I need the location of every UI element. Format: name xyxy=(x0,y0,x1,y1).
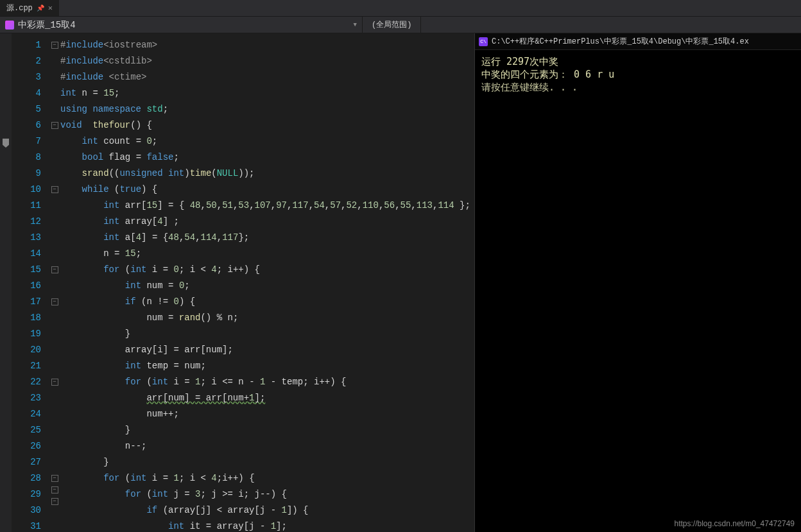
fold-toggle[interactable]: − xyxy=(51,122,58,129)
line-number: 14 xyxy=(12,246,41,262)
file-tab[interactable]: 源.cpp 📌 ✕ xyxy=(0,0,59,16)
code-line[interactable]: int temp = num; xyxy=(60,358,474,374)
code-line[interactable]: using namespace std; xyxy=(60,101,474,117)
console-pane: C\ C:\C++程序&C++PrimerPlus\中彩票_15取4\Debug… xyxy=(475,33,801,532)
code-line[interactable]: int arr[15] = { 48,50,51,53,107,97,117,5… xyxy=(60,198,474,214)
line-number: 15 xyxy=(12,262,41,278)
line-number: 17 xyxy=(12,294,41,310)
code-line[interactable]: if (n != 0) { xyxy=(60,294,474,310)
code-line[interactable]: n = 15; xyxy=(60,246,474,262)
line-number: 16 xyxy=(12,278,41,294)
console-app-icon: C\ xyxy=(479,37,488,46)
scope-label: (全局范围) xyxy=(372,19,411,30)
code-line[interactable]: srand((unsigned int)time(NULL)); xyxy=(60,166,474,182)
line-number: 1 xyxy=(12,37,41,53)
code-line[interactable]: void thefour() { xyxy=(60,117,474,133)
code-line[interactable]: for (int i = 1; i <= n - 1 - temp; i++) … xyxy=(60,374,474,390)
line-number: 3 xyxy=(12,69,41,85)
code-line[interactable]: } xyxy=(60,422,474,438)
fold-toggle[interactable]: − xyxy=(51,42,58,49)
fold-toggle[interactable]: − xyxy=(51,266,58,273)
line-number: 6 xyxy=(12,117,41,133)
code-line[interactable]: int num = 0; xyxy=(60,278,474,294)
line-number: 11 xyxy=(12,198,41,214)
project-dropdown[interactable]: 中彩票_15取4 ▼ xyxy=(0,17,363,33)
close-icon[interactable]: ✕ xyxy=(48,3,53,13)
code-line[interactable]: #include<iostream> xyxy=(60,37,474,53)
code-line[interactable]: } xyxy=(60,454,474,470)
line-number: 18 xyxy=(12,310,41,326)
console-titlebar[interactable]: C\ C:\C++程序&C++PrimerPlus\中彩票_15取4\Debug… xyxy=(475,33,801,50)
code-line[interactable]: array[i] = arr[num]; xyxy=(60,342,474,358)
fold-toggle[interactable]: − xyxy=(51,486,58,493)
code-line[interactable]: int n = 15; xyxy=(60,85,474,101)
line-number: 5 xyxy=(12,101,41,117)
code-line[interactable]: num++; xyxy=(60,406,474,422)
fold-gutter: −−−−−−−−− xyxy=(49,33,60,532)
line-number: 7 xyxy=(12,133,41,150)
fold-toggle[interactable]: − xyxy=(51,475,58,482)
console-line: 运行 2297次中奖 xyxy=(481,55,795,68)
main-area: 1234567891011121314151617181920212223242… xyxy=(0,33,801,532)
line-number: 4 xyxy=(12,85,41,101)
line-number: 8 xyxy=(12,150,41,166)
console-line: 中奖的四个元素为： 0 6 r u xyxy=(481,68,795,81)
code-line[interactable]: int count = 0; xyxy=(60,133,474,150)
code-line[interactable]: num = rand() % n; xyxy=(60,310,474,326)
fold-toggle[interactable]: − xyxy=(51,298,58,305)
code-line[interactable]: if (array[j] < array[j - 1]) { xyxy=(60,502,474,519)
project-name: 中彩票_15取4 xyxy=(18,19,76,31)
code-line[interactable]: bool flag = false; xyxy=(60,150,474,166)
project-icon xyxy=(5,21,14,30)
scope-dropdown[interactable]: (全局范围) xyxy=(363,17,421,33)
toolbar: 中彩票_15取4 ▼ (全局范围) xyxy=(0,17,801,33)
line-number: 28 xyxy=(12,470,41,486)
bookmark-icon[interactable] xyxy=(3,139,9,148)
fold-toggle[interactable]: − xyxy=(51,186,58,193)
line-number: 31 xyxy=(12,519,41,532)
code-line[interactable]: for (int i = 1; i < 4;i++) { xyxy=(60,470,474,486)
line-number: 20 xyxy=(12,342,41,358)
editor-pane: 1234567891011121314151617181920212223242… xyxy=(0,33,475,532)
watermark: https://blog.csdn.net/m0_47472749 xyxy=(675,519,795,528)
code-line[interactable]: int it = array[j - 1]; xyxy=(60,519,474,532)
code-area[interactable]: #include<iostream>#include<cstdlib>#incl… xyxy=(60,33,474,532)
line-number: 22 xyxy=(12,374,41,390)
pin-icon[interactable]: 📌 xyxy=(37,4,44,12)
line-number: 10 xyxy=(12,182,41,198)
line-number: 30 xyxy=(12,502,41,519)
chevron-down-icon: ▼ xyxy=(354,22,357,28)
fold-toggle[interactable]: − xyxy=(51,379,58,386)
line-number: 24 xyxy=(12,406,41,422)
line-number: 2 xyxy=(12,53,41,69)
line-number: 25 xyxy=(12,422,41,438)
code-line[interactable]: int a[4] = {48,54,114,117}; xyxy=(60,230,474,246)
line-number: 29 xyxy=(12,486,41,502)
line-number: 9 xyxy=(12,166,41,182)
console-line: 请按任意键继续. . . xyxy=(481,81,795,94)
code-line[interactable]: for (int i = 0; i < 4; i++) { xyxy=(60,262,474,278)
line-number: 12 xyxy=(12,214,41,230)
code-line[interactable]: } xyxy=(60,326,474,342)
code-line[interactable]: for (int j = 3; j >= i; j--) { xyxy=(60,486,474,502)
line-number: 27 xyxy=(12,454,41,470)
fold-toggle[interactable]: − xyxy=(51,498,58,505)
line-number: 21 xyxy=(12,358,41,374)
line-number: 23 xyxy=(12,390,41,406)
line-number-gutter: 1234567891011121314151617181920212223242… xyxy=(12,33,49,532)
tab-bar: 源.cpp 📌 ✕ xyxy=(0,0,801,17)
console-title-text: C:\C++程序&C++PrimerPlus\中彩票_15取4\Debug\中彩… xyxy=(492,36,749,47)
code-line[interactable]: arr[num] = arr[num+1]; xyxy=(60,390,474,406)
line-number: 19 xyxy=(12,326,41,342)
tab-label: 源.cpp xyxy=(6,3,33,13)
code-line[interactable]: #include<cstdlib> xyxy=(60,53,474,69)
code-line[interactable]: int array[4] ; xyxy=(60,214,474,230)
line-number: 26 xyxy=(12,438,41,454)
code-line[interactable]: #include <ctime> xyxy=(60,69,474,85)
bookmark-gutter[interactable] xyxy=(0,33,12,532)
console-body[interactable]: 运行 2297次中奖 中奖的四个元素为： 0 6 r u 请按任意键继续. . … xyxy=(475,50,801,99)
code-line[interactable]: while (true) { xyxy=(60,182,474,198)
code-line[interactable]: n--; xyxy=(60,438,474,454)
line-number: 13 xyxy=(12,230,41,246)
